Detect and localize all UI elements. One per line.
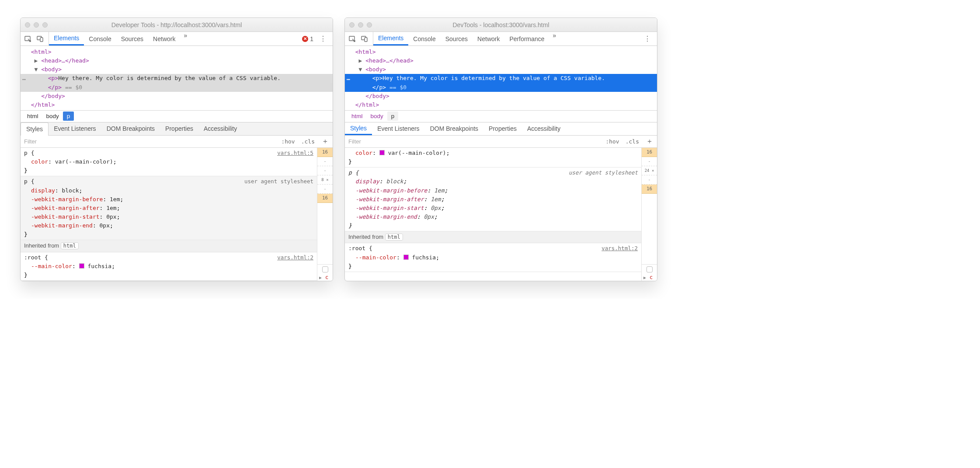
rule-source[interactable]: vars.html:2: [277, 253, 313, 262]
rule-selector[interactable]: :root {: [24, 253, 313, 262]
tab-elements[interactable]: Elements: [49, 32, 84, 45]
subtab-styles[interactable]: Styles: [21, 122, 49, 136]
device-icon[interactable]: [361, 35, 368, 43]
dom-line[interactable]: </html>: [345, 101, 657, 109]
dom-line[interactable]: </html>: [21, 101, 333, 109]
subtab-event-listeners[interactable]: Event Listeners: [372, 122, 425, 135]
crumb-html[interactable]: html: [23, 112, 42, 121]
checkbox[interactable]: [646, 266, 653, 272]
style-rule[interactable]: vars.html:2 :root { --main-color: fuchsi…: [345, 243, 641, 272]
subtab-styles[interactable]: Styles: [345, 122, 372, 135]
hov-button[interactable]: :hov: [602, 138, 622, 145]
dom-line[interactable]: <html>: [21, 48, 333, 56]
chevron-right-icon[interactable]: ▶: [317, 274, 323, 281]
tab-console[interactable]: Console: [408, 32, 440, 45]
kebab-menu-icon[interactable]: ⋮: [641, 35, 653, 43]
dom-line[interactable]: </body>: [21, 92, 333, 101]
dom-tree[interactable]: <html> ▶ <head>…</head> ▼ <body> <p>Hey …: [345, 46, 657, 110]
dom-line[interactable]: ▼ <body>: [345, 65, 657, 74]
tab-performance[interactable]: Performance: [504, 32, 549, 45]
checkbox[interactable]: [322, 266, 328, 272]
metric-cell[interactable]: 16: [317, 194, 333, 203]
decl-prop[interactable]: --main-color: [31, 263, 72, 269]
decl-prop[interactable]: --main-color: [355, 254, 396, 261]
subtab-accessibility[interactable]: Accessibility: [198, 122, 242, 135]
metric-cell[interactable]: -: [317, 185, 333, 194]
decl-value[interactable]: fuchsia: [87, 263, 111, 269]
new-rule-button[interactable]: ＋: [318, 137, 333, 146]
dom-line[interactable]: ▶ <head>…</head>: [345, 56, 657, 65]
subtab-properties[interactable]: Properties: [483, 122, 522, 135]
subtab-accessibility[interactable]: Accessibility: [522, 122, 566, 135]
window-title: Developer Tools - http://localhost:3000/…: [21, 21, 333, 28]
inspect-icon[interactable]: [24, 35, 32, 43]
style-rule[interactable]: vars.html:2 :root { --main-color: fuchsi…: [21, 252, 317, 281]
crumb-p[interactable]: p: [387, 112, 399, 121]
subtab-dom-breakpoints[interactable]: DOM Breakpoints: [425, 122, 483, 135]
color-swatch[interactable]: [403, 255, 409, 260]
style-rule-ua[interactable]: user agent stylesheet p { display: block…: [345, 168, 641, 231]
subtab-properties[interactable]: Properties: [160, 122, 198, 135]
tab-network[interactable]: Network: [148, 32, 180, 45]
metric-cell[interactable]: 16: [642, 185, 657, 194]
metric-cell[interactable]: -: [642, 175, 657, 185]
metric-cell[interactable]: 8 ×: [317, 175, 333, 185]
tab-sources[interactable]: Sources: [116, 32, 148, 45]
styles-filter-input[interactable]: [345, 138, 602, 145]
crumb-body[interactable]: body: [367, 112, 387, 121]
metric-cell[interactable]: 16: [317, 148, 333, 157]
new-rule-button[interactable]: ＋: [642, 137, 657, 146]
metric-cell[interactable]: -: [317, 166, 333, 175]
tabs-overflow[interactable]: »: [180, 32, 191, 45]
error-badge[interactable]: ✕ 1: [299, 35, 317, 42]
metric-cell[interactable]: 16: [642, 148, 657, 157]
decl-prop[interactable]: color: [31, 158, 48, 165]
window-title: DevTools - localhost:3000/vars.html: [345, 21, 657, 28]
dom-line-selected[interactable]: <p>Hey there. My color is determined by …: [21, 74, 333, 83]
inspect-icon[interactable]: [348, 35, 356, 43]
color-swatch[interactable]: [379, 150, 385, 155]
cls-button[interactable]: .cls: [622, 138, 642, 145]
style-rule[interactable]: color: var(--main-color); }: [345, 148, 641, 168]
inherited-tag[interactable]: html: [385, 234, 403, 241]
decl-prop[interactable]: color: [355, 150, 372, 156]
color-swatch[interactable]: [79, 263, 84, 269]
dom-line[interactable]: <html>: [345, 48, 657, 56]
tab-elements[interactable]: Elements: [373, 32, 408, 45]
tab-sources[interactable]: Sources: [441, 32, 473, 45]
chevron-right-icon[interactable]: ▶: [642, 274, 648, 281]
rule-source[interactable]: vars.html:2: [601, 244, 638, 252]
dom-tree[interactable]: <html> ▶ <head>…</head> ▼ <body> <p>Hey …: [21, 46, 333, 110]
dom-line-selected[interactable]: <p>Hey there. My color is determined by …: [345, 74, 657, 83]
metric-cell[interactable]: -: [317, 157, 333, 166]
rule-source[interactable]: vars.html:5: [277, 149, 313, 157]
dom-line-selected[interactable]: </p> == $0: [21, 83, 333, 92]
metric-cell[interactable]: -: [642, 157, 657, 166]
crumb-html[interactable]: html: [348, 112, 367, 121]
subtab-event-listeners[interactable]: Event Listeners: [49, 122, 101, 135]
device-icon[interactable]: [36, 35, 44, 43]
crumb-p[interactable]: p: [63, 112, 74, 121]
dom-line[interactable]: ▶ <head>…</head>: [21, 56, 333, 65]
tab-network[interactable]: Network: [473, 32, 504, 45]
subtab-dom-breakpoints[interactable]: DOM Breakpoints: [101, 122, 160, 135]
cls-button[interactable]: .cls: [298, 138, 318, 145]
dom-line-selected[interactable]: </p> == $0: [345, 83, 657, 92]
hov-button[interactable]: :hov: [278, 138, 298, 145]
rule-selector[interactable]: p {: [24, 149, 313, 157]
kebab-menu-icon[interactable]: ⋮: [317, 35, 329, 43]
dom-line[interactable]: </body>: [345, 92, 657, 101]
style-rule[interactable]: vars.html:5 p { color: var(--main-color)…: [21, 148, 317, 176]
decl-value[interactable]: var(--main-color): [388, 150, 446, 156]
dom-line[interactable]: ▼ <body>: [21, 65, 333, 74]
tabs-overflow[interactable]: »: [549, 32, 560, 45]
decl-value[interactable]: fuchsia: [412, 254, 436, 261]
decl-value[interactable]: var(--main-color): [55, 158, 113, 165]
crumb-body[interactable]: body: [42, 112, 63, 121]
tab-console[interactable]: Console: [84, 32, 116, 45]
inherited-tag[interactable]: html: [61, 242, 79, 249]
rule-selector[interactable]: :root {: [348, 244, 638, 253]
styles-filter-input[interactable]: [21, 138, 278, 145]
style-rule-ua[interactable]: user agent stylesheet p { display: block…: [21, 176, 317, 240]
metric-cell[interactable]: 24 ×: [642, 166, 657, 175]
